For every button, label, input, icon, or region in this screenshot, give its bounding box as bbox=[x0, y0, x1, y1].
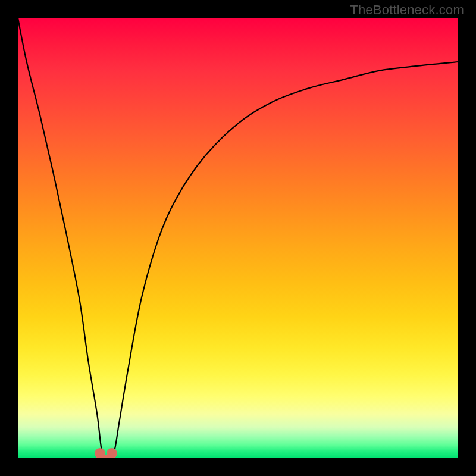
min-marker bbox=[95, 448, 117, 458]
chart-frame: TheBottleneck.com bbox=[0, 0, 476, 476]
bottleneck-curve bbox=[18, 18, 458, 458]
plot-area bbox=[18, 18, 458, 458]
svg-rect-2 bbox=[98, 455, 114, 458]
curve-line bbox=[18, 18, 458, 458]
watermark-text: TheBottleneck.com bbox=[350, 2, 464, 18]
